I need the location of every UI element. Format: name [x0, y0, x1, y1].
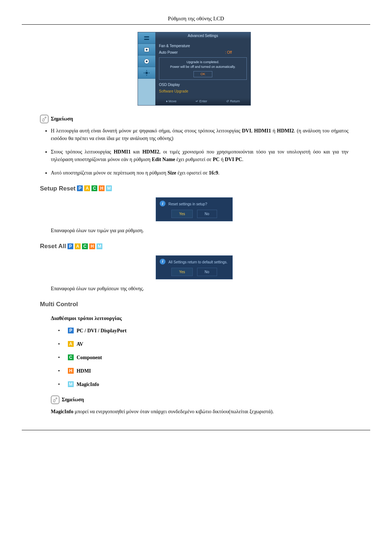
divider-top [22, 24, 370, 25]
mode-tag-h: H [99, 185, 105, 191]
reset-all-yes: Yes [171, 268, 192, 276]
page-title: Ρύθμιση της οθόνης LCD [22, 15, 370, 23]
osd-display: OSD Display [159, 82, 247, 87]
mode-item-h: H HDMI [58, 367, 348, 375]
mode-tag-p: P [77, 185, 83, 191]
osd-footer: ♦ Move ↵ Enter ↺ Return [155, 98, 250, 105]
note-label: Σημείωση [51, 115, 73, 123]
mode-tag-c: C [82, 243, 88, 249]
note-bullet-2: Στους τρόπους λειτυουργίας HDMI1 και HDM… [51, 148, 348, 163]
note-bullet-1: Η λειτουργία αυτή είναι δυνατή μόνον με … [51, 127, 348, 142]
note-heading-2: Σημείωση [51, 395, 348, 404]
osd-icon-input [138, 32, 155, 44]
reset-all-heading: Reset All P A C H M [40, 242, 348, 251]
osd-screenshot: Advanced Settings Fan & Temperature Auto… [40, 32, 348, 106]
osd-msg-line2: Power will be off and turned on automati… [162, 65, 244, 70]
osd-auto-power-label: Auto Power [159, 50, 225, 55]
note-bullets: Η λειτουργία αυτή είναι δυνατή μόνον με … [40, 127, 348, 177]
mode-tag-m: M [97, 243, 102, 249]
multi-control-subheading: Διαθέσιμοι τρόποι λειτουργίας [51, 314, 348, 323]
osd-icon-empty [138, 79, 155, 105]
osd-footer-move: ♦ Move [166, 99, 176, 104]
setup-reset-no: No [197, 210, 217, 218]
info-icon: i [160, 201, 166, 206]
mode-tag-p: P [68, 243, 73, 249]
mode-item-m: M MagicInfo [58, 381, 348, 388]
osd-header: Advanced Settings [155, 32, 250, 39]
setup-reset-text: Reset settings in setup? [168, 202, 207, 206]
osd-fan-temp: Fan & Temperature [159, 43, 247, 49]
osd-footer-return: ↺ Return [226, 99, 240, 104]
mode-tag-h-icon: H [68, 368, 74, 374]
setup-reset-desc: Επαναφορά όλων των τιμών για μια ρύθμιση… [51, 227, 348, 234]
mode-tag-p-icon: P [68, 328, 74, 333]
mode-list: P PC / DVI / DisplayPort A AV C Componen… [58, 327, 348, 388]
note-bullet-3: Αυτό υποστηρίζεται μόνον σε περίπτωση πο… [51, 169, 348, 177]
svg-point-1 [146, 49, 148, 50]
mode-tag-m: M [106, 185, 112, 191]
note-heading: Σημείωση [40, 115, 348, 123]
osd-icon-setup [138, 67, 155, 79]
mode-item-p: P PC / DVI / DisplayPort [58, 327, 348, 335]
svg-point-3 [146, 60, 148, 62]
mode-tag-c: C [91, 185, 97, 191]
reset-all-no: No [197, 268, 217, 276]
osd-footer-enter: ↵ Enter [196, 99, 207, 104]
reset-all-dialog: i All Settings return to default setting… [156, 255, 233, 279]
setup-reset-heading: Setup Reset P A C H M [40, 184, 348, 193]
mode-item-a: A AV [58, 340, 348, 348]
reset-all-screenshot: i All Settings return to default setting… [40, 255, 348, 279]
mode-tag-m-icon: M [68, 381, 74, 387]
multi-control-heading: Multi Control [40, 300, 348, 309]
mode-tag-a: A [75, 243, 81, 249]
setup-reset-screenshot: i Reset settings in setup? Yes No [40, 197, 348, 221]
info-icon: i [160, 259, 166, 264]
osd-message-box: Upgrade is completed. Power will be off … [159, 57, 247, 80]
divider-bottom [22, 430, 370, 430]
osd-main: Advanced Settings Fan & Temperature Auto… [155, 32, 250, 105]
osd-icon-picture [138, 44, 155, 56]
mode-tag-c-icon: C [68, 354, 74, 360]
reset-all-desc: Επαναφορά όλων των ρυθμίσεων της οθόνης. [51, 285, 348, 292]
note-icon [40, 115, 49, 123]
setup-reset-dialog: i Reset settings in setup? Yes No [156, 197, 233, 221]
mode-tag-h: H [89, 243, 95, 249]
note-label-2: Σημείωση [62, 396, 84, 403]
mode-tag-a-icon: A [68, 341, 74, 347]
reset-all-text: All Settings return to default settings. [168, 260, 228, 264]
magicinfo-note: MagicInfo μπορεί να ενεργοποιηθεί μόνον … [51, 408, 348, 415]
osd-auto-power-value: : Off [225, 50, 247, 55]
note-icon [51, 395, 60, 404]
mode-tag-a: A [84, 185, 90, 191]
osd-msg-line1: Upgrade is completed. [162, 60, 244, 65]
osd-ok-button: OK [193, 71, 212, 78]
mode-item-c: C Component [58, 354, 348, 361]
osd-software-upgrade: Software Upgrade [159, 89, 247, 94]
osd-icon-sound [138, 56, 155, 67]
osd-panel: Advanced Settings Fan & Temperature Auto… [138, 32, 251, 106]
setup-reset-yes: Yes [171, 210, 192, 218]
osd-sidebar [138, 32, 155, 105]
